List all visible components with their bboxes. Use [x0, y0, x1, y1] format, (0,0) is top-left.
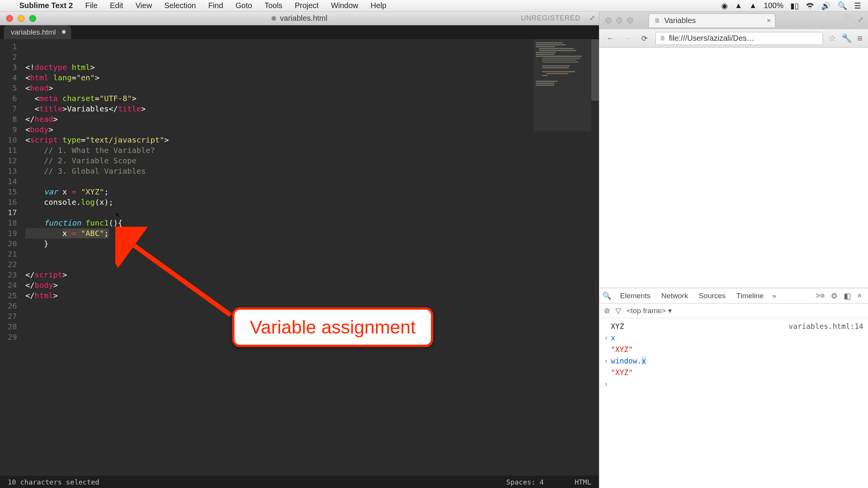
line-number[interactable]: 14 — [0, 176, 22, 187]
devtools-tab-elements[interactable]: Elements — [615, 288, 656, 304]
chrome-menu-icon[interactable]: ≡ — [857, 33, 863, 44]
line-number-gutter[interactable]: 1234567891011121314151617181920212223242… — [0, 39, 22, 476]
devtools-console[interactable]: XYZvariables.html:14›x"XYZ"›window.x"XYZ… — [599, 318, 868, 488]
browser-minimize-button[interactable] — [616, 17, 622, 23]
back-button[interactable]: ← — [605, 34, 616, 43]
devtools-drawer-icon[interactable]: >≡ — [813, 291, 828, 300]
code-line[interactable]: <html lang="en"> — [25, 73, 599, 83]
code-line[interactable]: </body> — [25, 280, 599, 290]
line-number[interactable]: 25 — [0, 290, 22, 301]
address-bar[interactable]: 🗎 file:///Users/azizali/Des… — [655, 32, 823, 45]
bookmark-icon[interactable]: ☆ — [828, 33, 836, 43]
profile-avatar-icon[interactable] — [843, 14, 854, 25]
menu-extras-icon[interactable]: ☰ — [854, 1, 861, 10]
line-number[interactable]: 26 — [0, 301, 22, 311]
line-number[interactable]: 22 — [0, 259, 22, 270]
screen-record-icon[interactable]: ◉ — [721, 1, 728, 10]
line-number[interactable]: 13 — [0, 166, 22, 176]
code-editor[interactable]: <!doctype html><html lang="en"><head> <m… — [22, 39, 599, 476]
menu-tools[interactable]: Tools — [258, 1, 289, 10]
fullscreen-icon[interactable]: ⤢ — [589, 14, 595, 22]
code-line[interactable]: // 2. Variable Scope — [25, 156, 599, 166]
menu-edit[interactable]: Edit — [104, 1, 129, 10]
line-number[interactable]: 24 — [0, 280, 22, 290]
browser-tabstrip[interactable]: 🗎 Variables × ⤢ — [599, 12, 868, 29]
code-line[interactable] — [25, 259, 599, 270]
menu-help[interactable]: Help — [364, 1, 392, 10]
browser-tab[interactable]: 🗎 Variables × — [649, 13, 775, 27]
code-line[interactable]: </script> — [25, 270, 599, 280]
code-line[interactable]: <meta charset="UTF-8"> — [25, 93, 599, 104]
menu-goto[interactable]: Goto — [229, 1, 258, 10]
devtools-tabs-overflow-icon[interactable]: » — [769, 292, 780, 300]
line-number[interactable]: 28 — [0, 322, 22, 332]
google-drive-icon[interactable]: ▲ — [735, 1, 742, 10]
devtools-tabbar[interactable]: 🔍 Elements Network Sources Timeline » >≡… — [599, 288, 868, 304]
line-number[interactable]: 19 — [0, 228, 22, 239]
browser-close-button[interactable] — [605, 17, 612, 23]
console-clear-icon[interactable]: ⊘ — [604, 306, 610, 315]
line-number[interactable]: 1 — [0, 41, 22, 52]
extension-icon[interactable]: 🔧 — [841, 33, 852, 43]
console-row[interactable]: › — [599, 378, 868, 390]
menu-project[interactable]: Project — [289, 1, 325, 10]
console-row[interactable]: XYZvariables.html:14 — [599, 320, 868, 332]
browser-page[interactable]: 🔍 Elements Network Sources Timeline » >≡… — [599, 48, 868, 488]
window-close-button[interactable] — [6, 15, 13, 22]
line-number[interactable]: 7 — [0, 104, 22, 114]
menu-file[interactable]: File — [79, 1, 104, 10]
console-row[interactable]: "XYZ" — [599, 367, 868, 378]
volume-icon[interactable]: 🔊 — [821, 1, 831, 10]
line-number[interactable]: 15 — [0, 187, 22, 197]
code-line[interactable]: x = "ABC"; — [25, 228, 109, 239]
minimap[interactable] — [534, 39, 599, 105]
devtools-console-toolbar[interactable]: ⊘ ▽ <top frame> ▾ — [599, 304, 868, 318]
console-source-link[interactable]: variables.html:14 — [789, 321, 863, 331]
code-line[interactable] — [25, 207, 599, 218]
editor-tabbar[interactable]: variables.html — [0, 25, 599, 39]
devtools-tab-sources[interactable]: Sources — [693, 288, 731, 304]
code-line[interactable]: <body> — [25, 124, 599, 135]
browser-toolbar[interactable]: ← → ⟳ 🗎 file:///Users/azizali/Des… ☆ 🔧 ≡ — [599, 29, 868, 48]
code-line[interactable]: console.log(x); — [25, 197, 599, 207]
line-number[interactable]: 23 — [0, 270, 22, 280]
menu-view[interactable]: View — [129, 1, 158, 10]
editor-scrollbar[interactable] — [591, 39, 599, 476]
code-line[interactable]: <!doctype html> — [25, 62, 599, 73]
devtools-close-icon[interactable]: × — [854, 291, 865, 300]
devtools-search-icon[interactable]: 🔍 — [602, 291, 612, 300]
code-line[interactable]: var x = "XYZ"; — [25, 187, 599, 197]
line-number[interactable]: 10 — [0, 135, 22, 145]
spotlight-icon[interactable]: 🔍 — [838, 1, 847, 10]
line-number[interactable]: 4 — [0, 73, 22, 83]
menu-selection[interactable]: Selection — [158, 1, 202, 10]
devtools-settings-icon[interactable]: ⚙ — [828, 291, 841, 300]
menu-window[interactable]: Window — [325, 1, 364, 10]
editor-statusbar[interactable]: 10 characters selected Spaces: 4 HTML — [0, 476, 599, 488]
console-context-select[interactable]: <top frame> ▾ — [627, 306, 672, 315]
code-line[interactable] — [25, 176, 599, 187]
forward-button[interactable]: → — [622, 34, 633, 43]
line-number[interactable]: 21 — [0, 249, 22, 259]
battery-icon[interactable]: ▮▯ — [790, 1, 799, 10]
line-number[interactable]: 5 — [0, 83, 22, 93]
status-indentation[interactable]: Spaces: 4 — [506, 478, 544, 486]
code-line[interactable]: // 3. Global Variables — [25, 166, 599, 176]
reload-button[interactable]: ⟳ — [639, 34, 650, 43]
devtools-tab-timeline[interactable]: Timeline — [731, 288, 769, 304]
line-number[interactable]: 12 — [0, 156, 22, 166]
code-line[interactable]: <title>Variables</title> — [25, 104, 599, 114]
code-line[interactable]: } — [25, 239, 599, 249]
app-name[interactable]: Sublime Text 2 — [13, 1, 79, 10]
browser-fullscreen-icon[interactable]: ⤢ — [858, 15, 863, 24]
code-line[interactable]: // 1. What the Variable? — [25, 145, 599, 156]
editor-titlebar[interactable]: variables.html UNREGISTERED ⤢ — [0, 12, 599, 25]
window-minimize-button[interactable] — [18, 15, 25, 22]
line-number[interactable]: 20 — [0, 239, 22, 249]
scrollbar-thumb[interactable] — [591, 39, 599, 101]
line-number[interactable]: 3 — [0, 62, 22, 73]
console-filter-icon[interactable]: ▽ — [615, 306, 621, 315]
window-zoom-button[interactable] — [29, 15, 36, 22]
code-line[interactable]: <script type="text/javascript"> — [25, 135, 599, 145]
status-syntax[interactable]: HTML — [575, 478, 591, 486]
